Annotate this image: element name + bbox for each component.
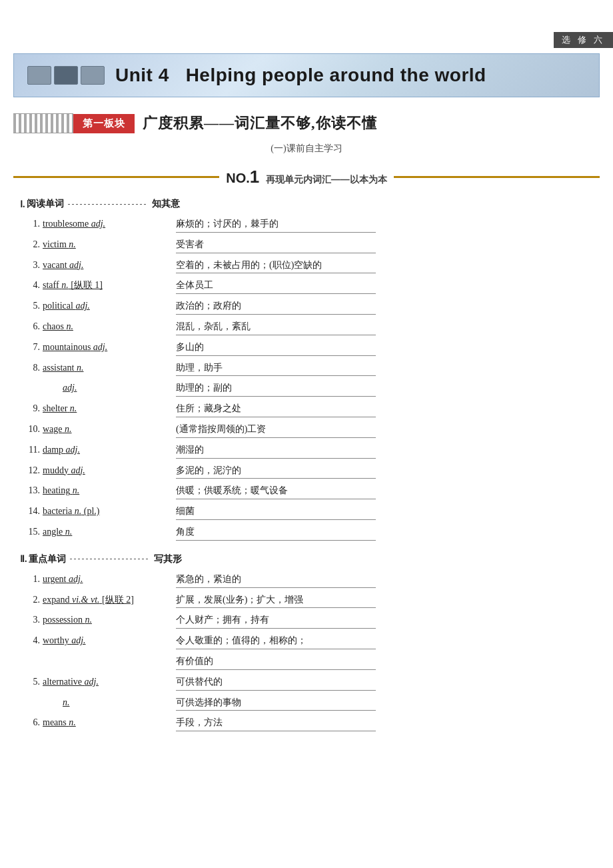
section-banner-title: 广度积累——词汇量不够,你读不懂 (143, 113, 377, 133)
vocab-row: 4.worthy adj.令人敬重的；值得的，相称的； (20, 631, 593, 651)
vocab-row: 13.heating n.供暖；供暖系统；暖气设备 (20, 481, 593, 501)
word-pos: adj. (91, 219, 105, 229)
vocab-number: 2. (20, 592, 40, 608)
vocab-row: 15.angle n.角度 (20, 522, 593, 543)
vocab-word: assistant n. (43, 360, 176, 376)
vocab-row: 7.mountainous adj.多山的 (20, 337, 593, 358)
word-pos: n. (69, 717, 76, 727)
word-text: heating (43, 485, 70, 495)
word-pos: adj. (63, 383, 77, 393)
vocab-row: 6.chaos n.混乱，杂乱，紊乱 (20, 317, 593, 337)
vocab-word: urgent adj. (43, 571, 176, 587)
vocab-word: expand vi.& vt. [纵联 2] (43, 592, 176, 608)
vocab-word: bacteria n. (pl.) (43, 503, 176, 519)
word-text: worthy (43, 635, 69, 645)
no1-subtitle: 再现单元内词汇——以本为本 (266, 174, 387, 185)
section-i-dash-text: 知其意 (152, 198, 180, 210)
word-pos: n. (85, 615, 92, 625)
word-text: means (43, 717, 67, 727)
vocab-word: angle n. (43, 524, 176, 540)
vocab-meaning: 扩展，发展(业务)；扩大，增强 (176, 592, 376, 609)
word-pos: adj. (66, 445, 80, 455)
word-pos: vi.& vt. (72, 595, 100, 605)
vocab-number: 3. (20, 612, 40, 628)
vocab-meaning: (通常指按周领的)工资 (176, 421, 376, 438)
vocab-meaning: 细菌 (176, 503, 376, 520)
word-pos: adj. (93, 342, 107, 352)
word-pos: n. (75, 506, 82, 516)
vocab-number: 4. (20, 277, 40, 293)
vocab-meaning: 助理的；副的 (176, 380, 376, 397)
unit-title: Helping people around the world (186, 65, 486, 85)
header-image-3 (81, 66, 105, 85)
section-i-text: 阅读单词 (27, 198, 64, 210)
section-i-header: Ⅰ. 阅读单词 知其意 (20, 198, 593, 210)
vocab-number: 5. (20, 298, 40, 314)
vocab-meaning: 可供选择的事物 (176, 695, 376, 711)
header-image-2 (54, 66, 78, 85)
section-ii-dash-text: 写其形 (154, 553, 182, 565)
vocab-word: wage n. (43, 421, 176, 437)
word-pos: adj. (69, 260, 83, 270)
no1-text-label: NO. (226, 171, 250, 185)
vocab-row: 4.staff n. [纵联 1]全体员工 (20, 275, 593, 296)
vocab-meaning: 个人财产；拥有，持有 (176, 612, 376, 629)
vocab-row: n.可供选择的事物 (20, 693, 593, 713)
word-text: damp (43, 445, 63, 455)
vocab-number: 11. (20, 442, 40, 458)
vocab-word: damp adj. (43, 442, 176, 458)
section-i-roman: Ⅰ. (20, 199, 25, 210)
header-banner: Unit 4 Helping people around the world (13, 53, 600, 97)
vocab-number: 6. (20, 715, 40, 731)
vocab-meaning: 令人敬重的；值得的，相称的； (176, 633, 376, 649)
word-pos: n. (66, 321, 73, 331)
vocab-meaning: 供暖；供暖系统；暖气设备 (176, 483, 376, 499)
vocab-meaning: 角度 (176, 524, 376, 541)
vocab-number: 1. (20, 571, 40, 587)
vocab-word: n. (63, 695, 176, 711)
unit-label: Unit 4 (115, 65, 169, 85)
section-ii-dotline (70, 559, 150, 559)
word-text: staff (43, 280, 59, 290)
vocab-row: 1.urgent adj.紧急的，紧迫的 (20, 569, 593, 590)
vocab-row: 8.assistant n.助理，助手 (20, 358, 593, 379)
vocab-word: vacant adj. (43, 257, 176, 273)
vocab-meaning: 有价值的 (176, 653, 376, 670)
vocab-number: 1. (20, 216, 40, 232)
vocab-number: 3. (20, 257, 40, 273)
vocab-number: 15. (20, 524, 40, 540)
word-pos: n. (77, 363, 84, 373)
vocab-meaning: 多山的 (176, 339, 376, 356)
word-pos: n. (61, 280, 69, 290)
no1-label: NO.1 再现单元内词汇——以本为本 (226, 167, 387, 187)
vocab-row: 10.wage n.(通常指按周领的)工资 (20, 419, 593, 440)
section-ii-roman: Ⅱ. (20, 553, 27, 565)
vocab-meaning: 多泥的，泥泞的 (176, 463, 376, 479)
word-pos: n. (63, 697, 70, 707)
vocab-row: 3.possession n.个人财产；拥有，持有 (20, 610, 593, 631)
section-ii-text: 重点单词 (29, 553, 66, 565)
vocab-number: 4. (20, 633, 40, 649)
vocab-row: 1.troublesome adj.麻烦的；讨厌的，棘手的 (20, 214, 593, 235)
vocab-meaning: 助理，助手 (176, 360, 376, 377)
vocab-word: means n. (43, 715, 176, 731)
vocab-meaning: 受害者 (176, 237, 376, 253)
word-text: victim (43, 239, 67, 249)
vocab-word: worthy adj. (43, 633, 176, 649)
vocab-number: 9. (20, 401, 40, 417)
vocab-meaning: 政治的；政府的 (176, 298, 376, 315)
word-pos: adj. (75, 301, 89, 311)
header-title: Unit 4 Helping people around the world (115, 65, 486, 86)
word-pos: n. (65, 527, 73, 537)
vocab-meaning: 手段，方法 (176, 715, 376, 731)
vocab-row: 12.muddy adj.多泥的，泥泞的 (20, 461, 593, 481)
word-text: assistant (43, 363, 74, 373)
word-pos: n. (65, 424, 72, 434)
vocab-word: victim n. (43, 237, 176, 253)
vocab-row: 2.victim n.受害者 (20, 235, 593, 255)
word-pos: n. (69, 239, 76, 249)
word-text: muddy (43, 465, 69, 475)
word-pos: n. (73, 485, 80, 495)
content-area: Ⅰ. 阅读单词 知其意 1.troublesome adj.麻烦的；讨厌的，棘手… (20, 198, 593, 733)
vocab-number: 10. (20, 421, 40, 437)
